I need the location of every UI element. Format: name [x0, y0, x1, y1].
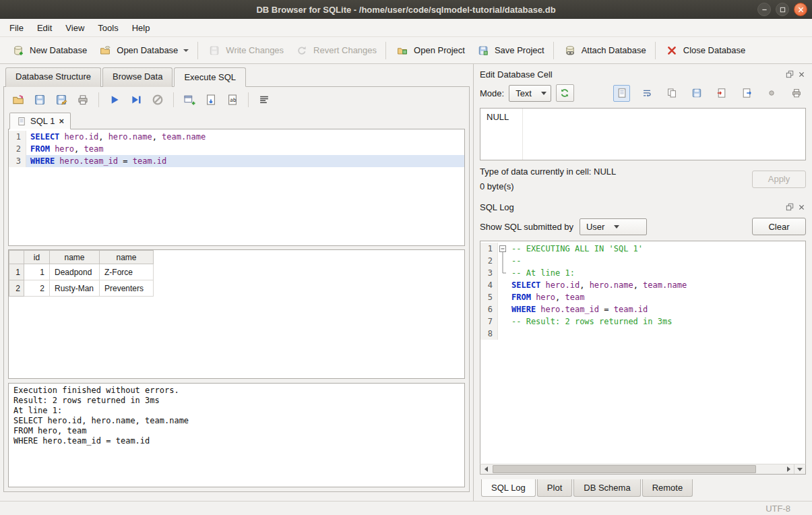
import-data-icon[interactable] [713, 85, 730, 102]
sql-tab-sql1[interactable]: SQL 1 × [9, 113, 71, 129]
menu-view[interactable]: View [59, 19, 91, 36]
scroll-down-arrow[interactable] [794, 464, 805, 474]
write-changes-button[interactable]: Write Changes [201, 39, 289, 62]
table-cell[interactable]: Deadpond [50, 264, 100, 280]
app-window: DB Browser for SQLite - /home/user/code/… [0, 0, 812, 515]
word-wrap-icon[interactable] [638, 85, 655, 102]
toolbar-button-label: Open Project [414, 45, 465, 55]
mode-label: Mode: [480, 88, 504, 98]
print-cell-icon[interactable] [788, 85, 805, 102]
open-sql-file-icon[interactable] [11, 92, 26, 107]
bottom-dock-tabbar: SQL LogPlotDB SchemaRemote [480, 479, 806, 497]
new-database-icon [11, 43, 26, 58]
cell-value-editor[interactable]: NULL [480, 108, 806, 160]
attach-database-button[interactable]: Attach Database [557, 39, 652, 62]
code-line: 7-- Result: 2 rows returned in 3ms [480, 315, 805, 328]
code-line: 1-- EXECUTING ALL IN 'SQL 1' [480, 243, 805, 255]
fold-marker-icon [498, 255, 507, 267]
log-filter-label: Show SQL submitted by [480, 222, 573, 232]
column-header-name-1[interactable]: name [50, 251, 100, 264]
scrollbar-thumb[interactable] [493, 465, 756, 473]
scroll-left-arrow[interactable] [480, 464, 491, 474]
revert-changes-button[interactable]: Revert Changes [289, 39, 382, 62]
dock-tab-remote[interactable]: Remote [642, 479, 693, 497]
svg-text:ab: ab [230, 97, 237, 103]
column-header-id-0[interactable]: id [24, 251, 50, 264]
open-project-button[interactable]: Open Project [389, 39, 470, 62]
table-cell[interactable]: Preventers [100, 280, 154, 297]
table-cell[interactable]: Z-Force [100, 264, 154, 280]
close-database-button[interactable]: Close Database [659, 39, 751, 62]
sql-editor[interactable]: 1SELECT hero.id, hero.name, team.name2FR… [8, 129, 465, 246]
table-cell[interactable]: Rusty-Man [50, 280, 100, 297]
main-toolbar: New DatabaseOpen DatabaseWrite ChangesRe… [0, 37, 812, 64]
tab-browse-data[interactable]: Browse Data [102, 67, 173, 87]
cell-value: NULL [487, 112, 509, 122]
column-header-name-2[interactable]: name [100, 251, 154, 264]
sql-toolbar: ab [8, 90, 465, 110]
save-cell-icon[interactable] [688, 85, 705, 102]
fold-column [498, 291, 507, 303]
line-number: 4 [480, 279, 498, 291]
tab-database-structure[interactable]: Database Structure [5, 67, 101, 87]
save-project-icon [476, 43, 491, 58]
sql-log-title: SQL Log [480, 202, 785, 212]
new-database-button[interactable]: New Database [5, 39, 92, 62]
export-data-icon[interactable] [738, 85, 755, 102]
close-tab-icon[interactable]: × [59, 117, 64, 125]
print-sql-icon[interactable] [75, 92, 90, 107]
dock-tab-db-schema[interactable]: DB Schema [573, 479, 640, 497]
results-header-row: idnamename [9, 251, 154, 264]
scroll-right-arrow[interactable] [783, 464, 794, 474]
menu-edit[interactable]: Edit [30, 19, 59, 36]
line-number: 3 [480, 267, 498, 279]
table-cell[interactable]: 2 [24, 280, 50, 297]
new-window-icon[interactable] [182, 92, 197, 107]
float-panel-icon[interactable] [785, 203, 794, 212]
code-text: -- At line 1: [507, 267, 805, 279]
close-window-icon[interactable] [794, 3, 807, 16]
toggle-results-icon[interactable] [257, 92, 272, 107]
execute-line-icon[interactable] [129, 92, 144, 107]
menu-tools[interactable]: Tools [91, 19, 125, 36]
log-filter-select[interactable]: User [580, 218, 647, 235]
save-sql-as-icon[interactable] [54, 92, 69, 107]
mode-select[interactable]: Text [509, 85, 551, 102]
sql-log-editor[interactable]: 1-- EXECUTING ALL IN 'SQL 1'2--3-- At li… [480, 241, 806, 464]
text-view-icon[interactable] [613, 85, 630, 102]
row-number: 2 [9, 280, 24, 297]
dock-tab-sql-log[interactable]: SQL Log [481, 479, 536, 497]
stop-icon[interactable] [150, 92, 165, 107]
auto-update-button[interactable] [556, 84, 574, 102]
dock-tab-plot[interactable]: Plot [537, 479, 572, 497]
statusbar: UTF-8 [0, 501, 812, 515]
menu-file[interactable]: File [3, 19, 30, 36]
minimize-window-icon[interactable] [757, 3, 771, 16]
table-cell[interactable]: 1 [24, 264, 50, 280]
set-null-icon[interactable] [763, 85, 780, 102]
apply-button[interactable]: Apply [752, 171, 806, 188]
line-number: 6 [480, 303, 498, 315]
clear-log-button[interactable]: Clear [752, 218, 806, 235]
execution-output[interactable]: Execution finished without errors. Resul… [8, 383, 465, 487]
cell-type-text: Type of data currently in cell: NULL [480, 166, 752, 177]
code-line: 2-- [480, 255, 805, 267]
tab-execute-sql[interactable]: Execute SQL [174, 67, 246, 87]
close-panel-icon[interactable] [797, 70, 806, 79]
open-database-button[interactable]: Open Database [92, 39, 194, 62]
menu-help[interactable]: Help [125, 19, 157, 36]
main-tabbar: Database StructureBrowse DataExecute SQL [0, 67, 473, 87]
scrollbar-track[interactable] [491, 464, 783, 474]
autoformat-icon[interactable]: ab [225, 92, 240, 107]
close-panel-icon[interactable] [797, 203, 806, 212]
titlebar[interactable]: DB Browser for SQLite - /home/user/code/… [0, 0, 812, 19]
save-sql-file-icon[interactable] [32, 92, 47, 107]
maximize-window-icon[interactable] [776, 3, 789, 16]
export-sql-icon[interactable] [204, 92, 218, 107]
cell-size-text: 0 byte(s) [480, 181, 752, 191]
float-panel-icon[interactable] [785, 70, 794, 79]
save-project-button[interactable]: Save Project [470, 39, 550, 62]
copy-cell-icon[interactable] [663, 85, 680, 102]
sql-document-icon [16, 116, 26, 126]
execute-all-icon[interactable] [107, 92, 122, 107]
